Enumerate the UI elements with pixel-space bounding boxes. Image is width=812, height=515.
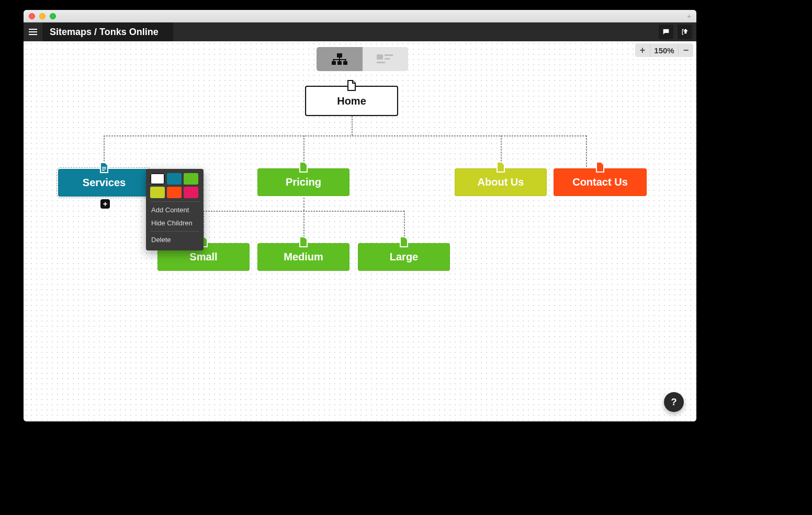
- node-label: About Us: [478, 176, 524, 188]
- menu-delete[interactable]: Delete: [150, 233, 199, 246]
- page-content-icon: [99, 162, 109, 174]
- help-button[interactable]: ?: [664, 392, 684, 412]
- connector: [104, 135, 587, 136]
- page-icon: [299, 162, 308, 173]
- tree-icon: [332, 53, 347, 65]
- menu-add-content[interactable]: Add Content: [150, 203, 199, 216]
- chat-icon: [662, 28, 670, 36]
- color-swatch-white[interactable]: [150, 173, 165, 185]
- window-titlebar: +: [24, 10, 696, 22]
- node-label: Contact Us: [572, 176, 628, 188]
- divider: [150, 201, 199, 202]
- node-label: Small: [189, 251, 217, 263]
- zoom-out-button[interactable]: −: [679, 43, 693, 57]
- zoom-control: + 150% −: [635, 43, 693, 57]
- node-contact-us[interactable]: Contact Us: [554, 168, 647, 196]
- traffic-lights: [29, 13, 56, 19]
- page-icon: [399, 236, 409, 248]
- view-tree-button[interactable]: [317, 47, 363, 71]
- comments-button[interactable]: [659, 25, 673, 39]
- new-tab-button[interactable]: +: [684, 11, 694, 21]
- color-swatches: [150, 173, 199, 198]
- page-icon: [595, 162, 605, 173]
- node-medium[interactable]: Medium: [257, 243, 349, 271]
- connector: [352, 116, 353, 135]
- node-large[interactable]: Large: [358, 243, 450, 271]
- node-label: Large: [390, 251, 418, 263]
- breadcrumb[interactable]: Sitemaps / Tonks Online: [42, 22, 173, 41]
- app-window: + Sitemaps / Tonks Online: [24, 10, 696, 421]
- menu-hide-children[interactable]: Hide Children: [150, 216, 199, 230]
- node-label: Medium: [284, 251, 323, 263]
- color-swatch-teal[interactable]: [167, 173, 182, 185]
- view-list-button[interactable]: [363, 47, 409, 71]
- node-home[interactable]: Home: [305, 86, 398, 116]
- divider: [150, 231, 199, 232]
- window-close-icon[interactable]: [29, 13, 35, 19]
- zoom-in-button[interactable]: +: [635, 43, 650, 57]
- node-pricing[interactable]: Pricing: [257, 168, 349, 196]
- menu-button[interactable]: [24, 22, 42, 41]
- color-swatch-magenta[interactable]: [184, 187, 198, 198]
- zoom-level: 150%: [650, 43, 679, 57]
- node-services[interactable]: Services: [58, 169, 150, 197]
- help-icon: ?: [671, 397, 677, 408]
- color-swatch-orange[interactable]: [167, 187, 182, 198]
- node-label: Pricing: [286, 176, 321, 188]
- connector: [303, 198, 304, 211]
- share-icon: [681, 28, 689, 36]
- share-button[interactable]: [678, 25, 692, 39]
- color-swatch-green[interactable]: [184, 173, 198, 185]
- app-header: Sitemaps / Tonks Online: [24, 22, 696, 41]
- hamburger-icon: [29, 31, 37, 32]
- window-minimize-icon[interactable]: [39, 13, 46, 19]
- page-icon: [496, 162, 505, 173]
- color-swatch-olive[interactable]: [150, 187, 165, 198]
- window-zoom-icon[interactable]: [50, 13, 56, 19]
- page-icon: [299, 236, 308, 248]
- node-context-menu: Add Content Hide Children Delete: [146, 169, 204, 250]
- list-icon: [377, 54, 393, 64]
- breadcrumb-text: Sitemaps / Tonks Online: [50, 27, 159, 38]
- node-label: Services: [83, 177, 126, 189]
- page-icon: [347, 80, 356, 91]
- add-child-button[interactable]: +: [100, 199, 110, 209]
- connector: [586, 135, 587, 167]
- view-toggle: [317, 47, 408, 71]
- node-label: Home: [337, 95, 366, 107]
- canvas[interactable]: + 150% − Home Services: [24, 41, 696, 421]
- node-about-us[interactable]: About Us: [455, 168, 547, 196]
